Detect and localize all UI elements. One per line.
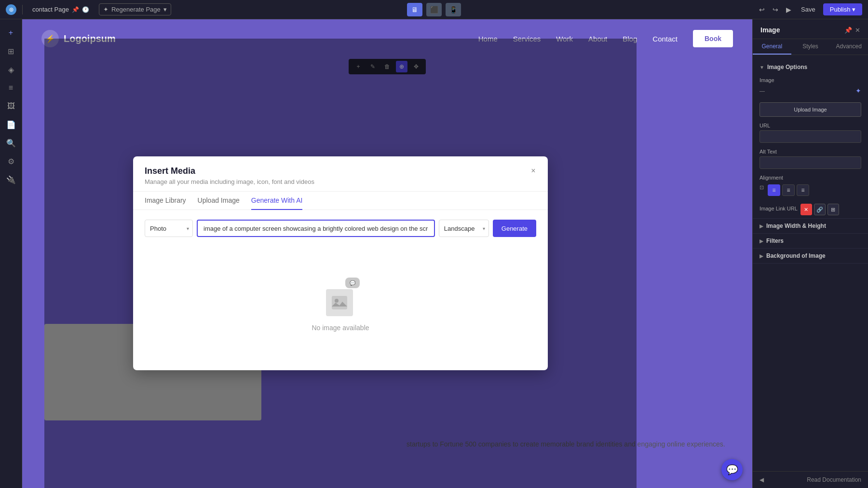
panel-pin-icon[interactable]: 📌 <box>844 27 852 34</box>
regenerate-button[interactable]: ✦ Regenerate Page ▾ <box>99 3 171 15</box>
modal-body: Photo Illustration Vector ▾ Landscape Po… <box>133 210 548 370</box>
tab-generate-ai[interactable]: Generate With AI <box>251 192 303 210</box>
right-panel-title: Image <box>760 26 780 34</box>
redo-button[interactable]: ↪ <box>771 4 780 15</box>
svg-rect-0 <box>332 296 347 309</box>
image-size-header[interactable]: ▶ Image Width & Height <box>753 219 868 233</box>
alignment-field: Alignment ⊡ ≡ ≡ ≡ <box>753 172 868 201</box>
align-left-btn[interactable]: ≡ <box>768 184 780 196</box>
nav-contact[interactable]: Contact <box>652 35 678 43</box>
left-sidebar: + ⊞ ◈ ≡ 🖼 📄 🔍 ⚙ 🔌 <box>0 19 22 488</box>
canvas-area: ⚡ Logoipsum Home Services Work About Blo… <box>22 19 752 488</box>
modal-close-button[interactable]: × <box>527 164 540 178</box>
sidebar-elements-icon[interactable]: ◈ <box>3 62 19 77</box>
modal-tabs: Image Library Upload Image Generate With… <box>133 192 548 210</box>
tab-upload-image[interactable]: Upload Image <box>198 192 240 210</box>
filters-label: Filters <box>766 237 784 244</box>
site-book-button[interactable]: Book <box>693 30 733 47</box>
svg-point-1 <box>335 299 339 303</box>
filters-chevron: ▶ <box>760 238 763 244</box>
tab-image-library[interactable]: Image Library <box>145 192 186 210</box>
link-remove-btn[interactable]: ✕ <box>800 204 812 215</box>
modal-controls: Photo Illustration Vector ▾ Landscape Po… <box>145 220 536 237</box>
filters-header[interactable]: ▶ Filters <box>753 234 868 248</box>
background-label: Background of Image <box>766 252 826 259</box>
right-panel-header: Image 📌 ✕ <box>753 19 868 39</box>
sidebar-media-icon[interactable]: 🖼 <box>3 98 19 114</box>
link-edit-btn[interactable]: 🔗 <box>814 204 826 215</box>
alt-text-field: Alt Text <box>753 146 868 172</box>
tablet-view-btn[interactable]: ⬛ <box>426 3 442 16</box>
url-input[interactable] <box>760 130 861 143</box>
panel-tab-styles[interactable]: Styles <box>791 39 830 55</box>
image-add-icon[interactable]: ✦ <box>855 87 861 95</box>
desktop-view-btn[interactable]: 🖥 <box>407 3 422 16</box>
image-size-chevron: ▶ <box>760 223 763 229</box>
orientation-select-wrapper: Landscape Portrait Square ▾ <box>439 220 489 237</box>
image-size-label: Image Width & Height <box>766 223 826 229</box>
topbar: ◎ contact Page 📌 🕐 ✦ Regenerate Page ▾ 🖥… <box>0 0 868 19</box>
topbar-right-actions: ↩ ↪ ▶ Save Publish ▾ <box>757 3 862 15</box>
alt-text-input[interactable] <box>760 156 861 169</box>
align-icon: ⊡ <box>760 184 764 196</box>
insert-media-modal: Insert Media Manage all your media inclu… <box>133 156 548 370</box>
alignment-buttons: ⊡ ≡ ≡ ≡ <box>760 182 861 198</box>
right-panel-tabs: General Styles Advanced <box>753 39 868 55</box>
modal-title: Insert Media <box>145 166 536 176</box>
mobile-view-btn[interactable]: 📱 <box>446 3 461 16</box>
right-panel: Image 📌 ✕ General Styles Advanced ▼ Imag… <box>752 19 868 488</box>
image-options-chevron: ▼ <box>760 65 764 70</box>
panel-collapse-btn[interactable]: ◀ <box>760 476 764 483</box>
regenerate-icon: ✦ <box>103 6 108 13</box>
generate-button[interactable]: Generate <box>493 220 536 237</box>
filters-section: ▶ Filters <box>753 234 868 249</box>
image-size-section: ▶ Image Width & Height <box>753 219 868 234</box>
page-tab-label: contact Page <box>32 6 69 13</box>
image-link-url-field: Image Link URL ✕ 🔗 ⊞ <box>753 201 868 218</box>
sidebar-pages-icon[interactable]: 📄 <box>3 117 19 132</box>
image-label-field: Image — ✦ <box>753 74 868 99</box>
type-select[interactable]: Photo Illustration Vector <box>145 220 193 237</box>
panel-close-icon[interactable]: ✕ <box>855 27 860 34</box>
sidebar-seo-icon[interactable]: 🔍 <box>3 135 19 151</box>
image-link-icons: ✕ 🔗 ⊞ <box>800 204 839 215</box>
align-right-btn[interactable]: ≡ <box>797 184 809 196</box>
upload-image-button[interactable]: Upload Image <box>760 102 861 117</box>
right-panel-content: ▼ Image Options Image — ✦ Upload Image U… <box>753 55 868 471</box>
image-options-label: Image Options <box>767 64 807 70</box>
empty-bubble: 💬 <box>345 278 360 288</box>
right-panel-bottom: ◀ Read Documentation <box>753 471 868 488</box>
type-select-wrapper: Photo Illustration Vector ▾ <box>145 220 193 237</box>
orientation-select[interactable]: Landscape Portrait Square <box>439 220 489 237</box>
device-switcher: 🖥 ⬛ 📱 <box>407 3 461 16</box>
background-section: ▶ Background of Image <box>753 249 868 264</box>
sidebar-add-icon[interactable]: + <box>3 25 19 41</box>
panel-tab-advanced[interactable]: Advanced <box>829 39 868 55</box>
modal-empty-state: 💬 No image available <box>145 249 536 361</box>
sidebar-layers-icon[interactable]: ≡ <box>3 80 19 96</box>
prompt-input[interactable] <box>197 220 435 237</box>
image-options-header[interactable]: ▼ Image Options <box>753 60 868 74</box>
undo-button[interactable]: ↩ <box>757 4 767 15</box>
background-chevron: ▶ <box>760 253 763 259</box>
current-page-tab[interactable]: contact Page 📌 🕐 <box>28 4 93 15</box>
empty-state-text: No image available <box>312 324 369 332</box>
modal-overlay: Insert Media Manage all your media inclu… <box>44 39 637 488</box>
app-logo: ◎ <box>6 4 16 15</box>
read-documentation-btn[interactable]: Read Documentation <box>807 476 861 483</box>
sidebar-plugins-icon[interactable]: 🔌 <box>3 172 19 187</box>
empty-state-icon: 💬 <box>321 278 360 316</box>
chat-widget[interactable]: 💬 <box>721 459 743 480</box>
sidebar-layout-icon[interactable]: ⊞ <box>3 43 19 59</box>
publish-button[interactable]: Publish ▾ <box>823 3 862 15</box>
background-header[interactable]: ▶ Background of Image <box>753 249 868 263</box>
save-button[interactable]: Save <box>797 4 819 15</box>
sidebar-settings-icon[interactable]: ⚙ <box>3 153 19 169</box>
regenerate-dropdown-icon: ▾ <box>163 6 167 13</box>
modal-subtitle: Manage all your media including image, i… <box>145 178 536 185</box>
preview-button[interactable]: ▶ <box>784 4 793 15</box>
panel-tab-general[interactable]: General <box>753 39 791 55</box>
history-icon[interactable]: 🕐 <box>82 6 89 13</box>
align-center-btn[interactable]: ≡ <box>782 184 795 196</box>
link-external-btn[interactable]: ⊞ <box>827 204 839 215</box>
